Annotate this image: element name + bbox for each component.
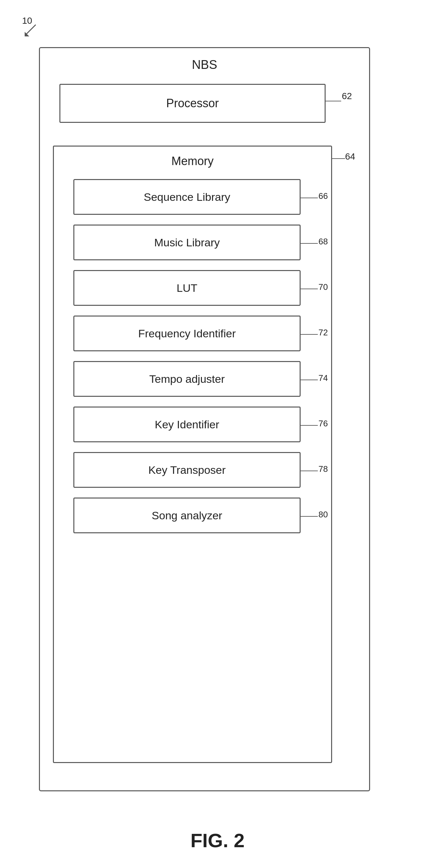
figure-caption: FIG. 2 (0, 829, 435, 852)
lut-box: LUT (73, 270, 301, 306)
ref-78-label: 78 (319, 464, 328, 474)
ref-72-label: 72 (319, 328, 328, 338)
freq-identifier-box: Frequency Identifier (73, 315, 301, 351)
processor-box: Processor (59, 84, 326, 123)
svg-line-0 (26, 25, 36, 34)
processor-label: Processor (166, 96, 219, 110)
ref-68-label: 68 (319, 237, 328, 247)
ref-62-label: 62 (342, 91, 352, 101)
ref-64-label: 64 (345, 151, 355, 162)
tempo-adjuster-box: Tempo adjuster (73, 361, 301, 397)
song-analyzer-box: Song analyzer (73, 498, 301, 533)
music-library-label: Music Library (154, 236, 220, 249)
ref-76-label: 76 (319, 418, 328, 429)
sequence-library-box: Sequence Library (73, 179, 301, 215)
nbs-box: NBS Processor 62 Memory Sequence Library… (39, 47, 370, 791)
ref-74-label: 74 (319, 373, 328, 383)
song-analyzer-label: Song analyzer (152, 509, 222, 522)
tempo-adjuster-label: Tempo adjuster (149, 373, 225, 385)
diagram-container: 10 NBS Processor 62 Memory Sequence Libr… (0, 0, 435, 868)
ref-66-label: 66 (319, 191, 328, 201)
ref-70-label: 70 (319, 282, 328, 292)
freq-identifier-label: Frequency Identifier (138, 327, 236, 340)
memory-label: Memory (54, 154, 331, 168)
ref-80-label: 80 (319, 509, 328, 520)
music-library-box: Music Library (73, 224, 301, 260)
nbs-title: NBS (40, 58, 369, 72)
sequence-library-label: Sequence Library (144, 191, 231, 204)
key-identifier-box: Key Identifier (73, 407, 301, 442)
memory-box: Memory Sequence Library Music Library LU… (53, 146, 332, 763)
key-identifier-label: Key Identifier (155, 418, 219, 431)
lut-label: LUT (177, 282, 197, 294)
key-transposer-box: Key Transposer (73, 452, 301, 488)
ref-10-arrow (23, 24, 36, 37)
key-transposer-label: Key Transposer (148, 464, 226, 476)
